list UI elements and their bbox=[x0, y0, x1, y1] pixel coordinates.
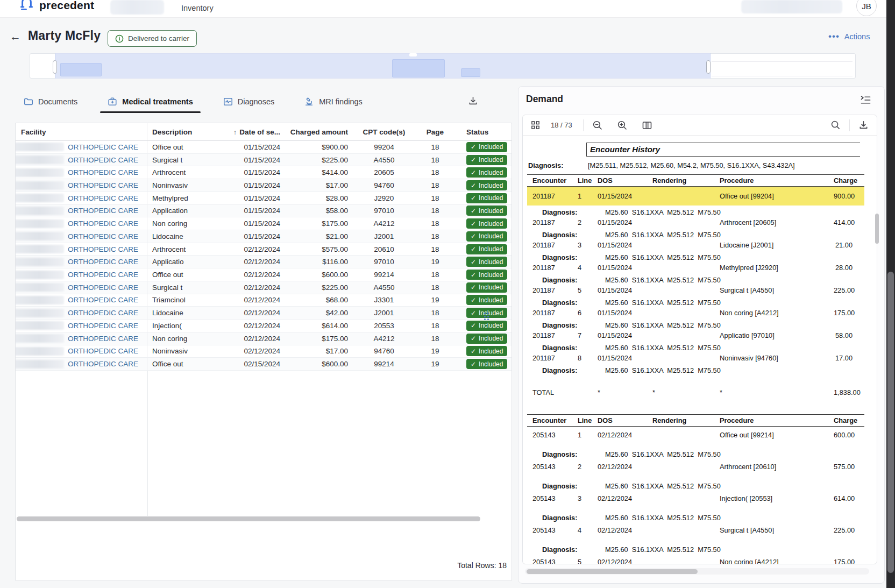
timeline-event-block[interactable] bbox=[461, 68, 480, 77]
export-table-icon[interactable] bbox=[468, 96, 478, 106]
cell-charged-amount: $414.00 bbox=[287, 168, 352, 176]
doc-total-star: * bbox=[652, 388, 720, 396]
included-status-badge: ✓Included bbox=[466, 244, 507, 254]
treatment-row[interactable]: ORTHOPEDIC CARENoninvasiv01/15/2024$17.0… bbox=[16, 179, 512, 192]
brand[interactable]: precedent bbox=[19, 0, 94, 12]
redacted-facility-name bbox=[16, 283, 64, 292]
back-arrow-icon[interactable]: ← bbox=[10, 30, 21, 43]
page-layout-icon[interactable] bbox=[642, 120, 652, 131]
page-scrollbar-thumb[interactable] bbox=[887, 272, 894, 573]
search-icon[interactable] bbox=[830, 120, 841, 130]
treatment-row[interactable]: ORTHOPEDIC CARENon coring02/12/2024$175.… bbox=[16, 332, 512, 345]
included-status-badge: ✓Included bbox=[466, 270, 507, 280]
treatment-row[interactable]: ORTHOPEDIC CARESurgical t02/12/2024$225.… bbox=[16, 281, 512, 294]
facility-link[interactable]: ORTHOPEDIC CARE bbox=[68, 322, 138, 330]
facility-link[interactable]: ORTHOPEDIC CARE bbox=[68, 181, 138, 189]
col-page[interactable]: Page bbox=[416, 128, 454, 136]
col-status[interactable]: Status bbox=[454, 128, 512, 136]
treatment-row[interactable]: ORTHOPEDIC CARELidocaine02/12/2024$42.00… bbox=[16, 307, 512, 320]
facility-link[interactable]: ORTHOPEDIC CARE bbox=[68, 309, 138, 317]
facility-link[interactable]: ORTHOPEDIC CARE bbox=[68, 347, 138, 355]
facility-link[interactable]: ORTHOPEDIC CARE bbox=[68, 194, 138, 202]
page-scrollbar[interactable] bbox=[886, 0, 895, 588]
facility-link[interactable]: ORTHOPEDIC CARE bbox=[68, 219, 138, 228]
zoom-in-icon[interactable] bbox=[617, 120, 628, 131]
treatment-row[interactable]: ORTHOPEDIC CARENon coring01/15/2024$175.… bbox=[16, 217, 512, 230]
download-icon[interactable] bbox=[858, 120, 869, 130]
treatment-row[interactable]: ORTHOPEDIC CAREMethylpred01/15/2024$28.0… bbox=[16, 192, 512, 205]
treatment-row[interactable]: ORTHOPEDIC CAREOffice out01/15/2024$900.… bbox=[16, 141, 512, 154]
treatment-row[interactable]: ORTHOPEDIC CARESurgical t01/15/2024$225.… bbox=[16, 154, 512, 167]
timeline-event-block[interactable] bbox=[60, 63, 102, 76]
timeline-selection[interactable] bbox=[55, 53, 711, 79]
actions-button[interactable]: ••• Actions bbox=[828, 32, 870, 41]
tab-medical-treatments[interactable]: Medical treatments bbox=[106, 95, 194, 109]
timeline-track bbox=[712, 61, 853, 76]
cell-description: Arthrocent bbox=[147, 245, 223, 253]
doc-diagnosis-codes: M25.60 S16.1XXA M25.512 M75.50 bbox=[605, 450, 864, 458]
check-icon: ✓ bbox=[471, 360, 476, 368]
cell-status: ✓Included bbox=[454, 282, 512, 293]
cell-description: Non coring bbox=[147, 219, 223, 228]
facility-link[interactable]: ORTHOPEDIC CARE bbox=[68, 258, 138, 266]
facility-link[interactable]: ORTHOPEDIC CARE bbox=[68, 207, 138, 215]
treatment-row[interactable]: ORTHOPEDIC CAREOffice out02/12/2024$600.… bbox=[16, 268, 512, 281]
avatar[interactable]: JB bbox=[856, 0, 877, 16]
cell-date-of-service: 01/15/2024 bbox=[223, 168, 287, 176]
cell-page: 19 bbox=[416, 258, 454, 266]
facility-link[interactable]: ORTHOPEDIC CARE bbox=[68, 232, 138, 240]
facility-link[interactable]: ORTHOPEDIC CARE bbox=[68, 296, 138, 304]
facility-link[interactable]: ORTHOPEDIC CARE bbox=[68, 335, 138, 343]
document-horizontal-scrollbar[interactable] bbox=[527, 569, 698, 574]
treatment-row[interactable]: ORTHOPEDIC CARETriamcinol02/12/2024$68.0… bbox=[16, 294, 512, 307]
facility-link[interactable]: ORTHOPEDIC CARE bbox=[68, 360, 138, 368]
facility-link[interactable]: ORTHOPEDIC CARE bbox=[68, 143, 138, 151]
column-divider bbox=[147, 371, 148, 516]
cell-cpt-code: 20553 bbox=[352, 322, 416, 330]
collapse-panel-icon[interactable] bbox=[860, 95, 871, 105]
facility-link[interactable]: ORTHOPEDIC CARE bbox=[68, 156, 138, 164]
cell-status: ✓Included bbox=[454, 180, 512, 190]
facility-link[interactable]: ORTHOPEDIC CARE bbox=[68, 284, 138, 292]
document-page[interactable]: Encounter History Diagnosis: [M25.511, M… bbox=[523, 136, 877, 564]
treatment-row[interactable]: ORTHOPEDIC CAREOffice out02/15/2024$600.… bbox=[16, 358, 512, 371]
included-status-badge: ✓Included bbox=[466, 206, 507, 216]
treatment-row[interactable]: ORTHOPEDIC CARELidocaine01/15/2024$21.00… bbox=[16, 230, 512, 243]
microscope-icon bbox=[304, 97, 314, 107]
tab-documents[interactable]: Documents bbox=[23, 95, 79, 109]
treatment-row[interactable]: ORTHOPEDIC CAREApplication01/15/2024$58.… bbox=[16, 205, 512, 218]
check-icon: ✓ bbox=[471, 309, 476, 317]
redacted-facility-name bbox=[16, 155, 64, 164]
doc-col-header: Rendering bbox=[652, 416, 720, 424]
tab-mri-findings[interactable]: MRI findings bbox=[303, 95, 364, 109]
treatment-row[interactable]: ORTHOPEDIC CAREApplicatio02/12/2024$116.… bbox=[16, 256, 512, 268]
col-charged-amount[interactable]: Charged amount bbox=[287, 128, 352, 136]
facility-link[interactable]: ORTHOPEDIC CARE bbox=[68, 245, 138, 253]
cell-charged-amount: $68.00 bbox=[287, 296, 352, 304]
table-horizontal-scrollbar[interactable] bbox=[17, 516, 480, 521]
redacted-facility-name bbox=[16, 181, 64, 190]
panel-resize-handle[interactable] bbox=[484, 313, 489, 323]
timeline-handle-right[interactable] bbox=[706, 60, 711, 74]
facility-link[interactable]: ORTHOPEDIC CARE bbox=[68, 168, 138, 176]
redacted-facility-name bbox=[16, 194, 64, 202]
treatment-row[interactable]: ORTHOPEDIC CARENoninvasiv02/12/2024$17.0… bbox=[16, 345, 512, 358]
treatment-row[interactable]: ORTHOPEDIC CAREArthrocent01/15/2024$414.… bbox=[16, 166, 512, 179]
tab-diagnoses[interactable]: Diagnoses bbox=[222, 95, 276, 109]
timeline-handle-left[interactable] bbox=[53, 60, 57, 74]
nav-inventory[interactable]: Inventory bbox=[181, 4, 214, 12]
col-date[interactable]: ↑ Date of se... bbox=[223, 128, 287, 136]
facility-link[interactable]: ORTHOPEDIC CARE bbox=[68, 271, 138, 279]
check-icon: ✓ bbox=[471, 169, 476, 176]
treatment-row[interactable]: ORTHOPEDIC CAREArthrocent02/12/2024$575.… bbox=[16, 243, 512, 256]
doc-procedure: Office out [99214] bbox=[720, 431, 834, 439]
treatment-row[interactable]: ORTHOPEDIC CAREInjection(02/12/2024$614.… bbox=[16, 320, 512, 332]
col-cpt-codes[interactable]: CPT code(s) bbox=[352, 128, 416, 136]
timeline-event-block[interactable] bbox=[392, 59, 445, 77]
thumbnails-grid-icon[interactable] bbox=[531, 121, 540, 130]
cell-description: Applicatio bbox=[147, 258, 223, 266]
document-vertical-scrollbar[interactable] bbox=[875, 214, 879, 244]
col-facility[interactable]: Facility bbox=[16, 123, 147, 140]
zoom-out-icon[interactable] bbox=[592, 120, 603, 131]
col-description[interactable]: Description bbox=[147, 128, 223, 136]
